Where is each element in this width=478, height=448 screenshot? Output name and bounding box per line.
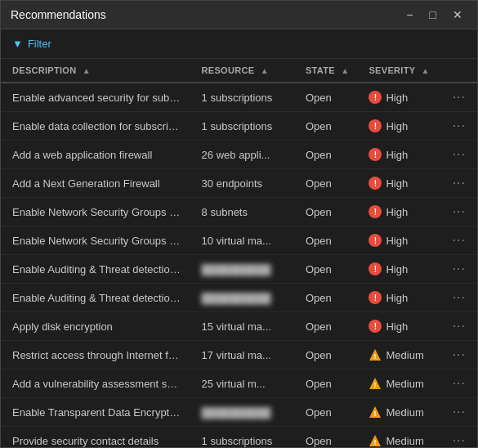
- cell-actions[interactable]: ···: [438, 255, 477, 284]
- cell-severity: !High: [357, 83, 437, 112]
- cell-description: Restrict access through Internet facing.…: [1, 341, 190, 370]
- cell-resource: ██████████: [190, 284, 294, 312]
- cell-severity: !High: [357, 141, 437, 169]
- severity-label: High: [386, 92, 408, 104]
- cell-description: Add a Next Generation Firewall: [1, 169, 190, 198]
- sort-arrow-desc: ▲: [83, 66, 91, 75]
- high-severity-icon: !: [369, 148, 382, 161]
- cell-description: Enable data collection for subscriptions: [1, 112, 190, 141]
- severity-label: Medium: [386, 435, 423, 447]
- table-row[interactable]: Enable data collection for subscriptions…: [1, 112, 477, 141]
- cell-resource: ██████████: [190, 398, 294, 427]
- cell-actions[interactable]: ···: [438, 370, 477, 398]
- filter-button[interactable]: ▼ Filter: [12, 38, 51, 50]
- row-actions-button[interactable]: ···: [449, 319, 469, 334]
- col-header-description[interactable]: DESCRIPTION ▲: [1, 59, 190, 83]
- table-row[interactable]: Add a Next Generation Firewall30 endpoin…: [1, 169, 477, 198]
- table-row[interactable]: Add a vulnerability assessment solution2…: [1, 370, 477, 398]
- table-row[interactable]: Enable advanced security for subscripti.…: [1, 83, 477, 112]
- svg-text:!: !: [374, 381, 377, 389]
- cell-actions[interactable]: ···: [438, 284, 477, 312]
- cell-resource: 26 web appli...: [190, 141, 294, 169]
- cell-description: Add a vulnerability assessment solution: [1, 370, 190, 398]
- row-actions-button[interactable]: ···: [449, 433, 469, 447]
- row-actions-button[interactable]: ···: [449, 376, 469, 391]
- row-actions-button[interactable]: ···: [449, 90, 469, 105]
- severity-label: High: [386, 120, 408, 132]
- filter-icon: ▼: [12, 38, 23, 50]
- cell-description: Add a web application firewall: [1, 141, 190, 169]
- table-header-row: DESCRIPTION ▲ RESOURCE ▲ STATE ▲ SEVERIT…: [1, 59, 477, 83]
- medium-severity-icon: !: [369, 434, 382, 447]
- cell-description: Enable advanced security for subscripti.…: [1, 83, 190, 112]
- medium-severity-icon: !: [369, 348, 382, 361]
- cell-description: Enable Auditing & Threat detection on...: [1, 255, 190, 284]
- severity-label: Medium: [386, 406, 423, 419]
- col-header-state[interactable]: STATE ▲: [294, 59, 358, 83]
- cell-resource: 1 subscriptions: [190, 427, 294, 448]
- cell-state: Open: [294, 198, 358, 226]
- high-severity-icon: !: [369, 262, 382, 276]
- minimize-button[interactable]: −: [401, 7, 418, 22]
- row-actions-button[interactable]: ···: [449, 204, 469, 219]
- cell-actions[interactable]: ···: [438, 312, 477, 341]
- cell-description: Provide security contact details: [1, 427, 190, 448]
- high-severity-icon: !: [369, 91, 382, 104]
- table-row[interactable]: Add a web application firewall26 web app…: [1, 141, 477, 169]
- severity-label: High: [386, 292, 408, 304]
- table-container[interactable]: DESCRIPTION ▲ RESOURCE ▲ STATE ▲ SEVERIT…: [1, 59, 477, 447]
- table-row[interactable]: Enable Auditing & Threat detection on...…: [1, 255, 477, 284]
- table-row[interactable]: Provide security contact details1 subscr…: [1, 427, 477, 448]
- svg-text:!: !: [374, 352, 377, 361]
- cell-actions[interactable]: ···: [438, 198, 477, 226]
- close-button[interactable]: ✕: [448, 7, 467, 22]
- cell-resource: 1 subscriptions: [190, 112, 294, 141]
- recommendations-window: Recommendations − □ ✕ ▼ Filter DESCRIPTI…: [0, 0, 478, 448]
- cell-state: Open: [294, 312, 358, 341]
- row-actions-button[interactable]: ···: [449, 290, 469, 305]
- cell-actions[interactable]: ···: [438, 226, 477, 255]
- cell-actions[interactable]: ···: [438, 427, 477, 448]
- cell-actions[interactable]: ···: [438, 169, 477, 198]
- table-row[interactable]: Enable Network Security Groups on sub...…: [1, 198, 477, 226]
- cell-actions[interactable]: ···: [438, 141, 477, 169]
- cell-resource: 17 virtual ma...: [190, 341, 294, 370]
- row-actions-button[interactable]: ···: [449, 262, 469, 276]
- cell-description: Enable Network Security Groups on sub...: [1, 198, 190, 226]
- row-actions-button[interactable]: ···: [449, 347, 469, 362]
- table-row[interactable]: Enable Network Security Groups on virt..…: [1, 226, 477, 255]
- row-actions-button[interactable]: ···: [449, 119, 469, 133]
- col-header-resource[interactable]: RESOURCE ▲: [190, 59, 294, 83]
- row-actions-button[interactable]: ···: [449, 405, 469, 419]
- window-title: Recommendations: [11, 8, 106, 21]
- severity-label: Medium: [386, 349, 423, 361]
- high-severity-icon: !: [369, 291, 382, 304]
- severity-label: High: [386, 206, 408, 218]
- cell-resource: 25 virtual m...: [190, 370, 294, 398]
- toolbar: ▼ Filter: [1, 29, 477, 59]
- cell-actions[interactable]: ···: [438, 112, 477, 141]
- high-severity-icon: !: [369, 234, 382, 247]
- cell-severity: !High: [357, 312, 437, 341]
- table-row[interactable]: Apply disk encryption15 virtual ma...Ope…: [1, 312, 477, 341]
- table-row[interactable]: Enable Transparent Data Encryption██████…: [1, 398, 477, 427]
- row-actions-button[interactable]: ···: [449, 176, 469, 190]
- cell-resource: 8 subnets: [190, 198, 294, 226]
- table-row[interactable]: Enable Auditing & Threat detection on...…: [1, 284, 477, 312]
- blurred-resource: ██████████: [202, 407, 271, 419]
- cell-actions[interactable]: ···: [438, 398, 477, 427]
- col-header-severity[interactable]: SEVERITY ▲: [357, 59, 437, 83]
- row-actions-button[interactable]: ···: [449, 233, 469, 248]
- cell-actions[interactable]: ···: [438, 341, 477, 370]
- table-row[interactable]: Restrict access through Internet facing.…: [1, 341, 477, 370]
- cell-severity: !High: [357, 169, 437, 198]
- severity-label: High: [386, 320, 408, 333]
- cell-description: Enable Network Security Groups on virt..…: [1, 226, 190, 255]
- row-actions-button[interactable]: ···: [449, 147, 469, 162]
- svg-text:!: !: [374, 410, 377, 418]
- maximize-button[interactable]: □: [425, 7, 441, 22]
- svg-text:!: !: [374, 438, 377, 446]
- cell-severity: !Medium: [357, 341, 437, 370]
- cell-actions[interactable]: ···: [438, 83, 477, 112]
- filter-label: Filter: [28, 38, 51, 50]
